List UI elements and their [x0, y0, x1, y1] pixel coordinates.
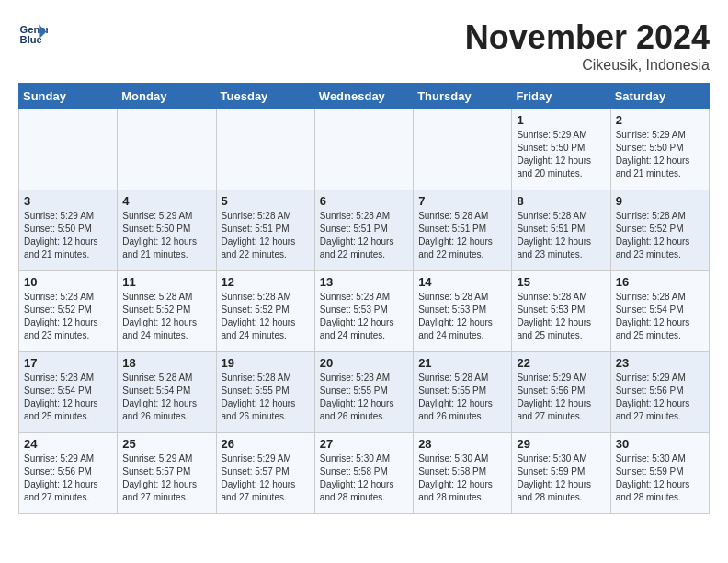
day-number: 4 — [122, 194, 210, 208]
day-number: 24 — [24, 437, 112, 451]
logo-icon: General Blue — [18, 18, 48, 48]
calendar-cell: 22Sunrise: 5:29 AM Sunset: 5:56 PM Dayli… — [512, 352, 610, 433]
location: Cikeusik, Indonesia — [465, 57, 710, 74]
weekday-header-sunday: Sunday — [19, 84, 118, 109]
week-row-4: 24Sunrise: 5:29 AM Sunset: 5:56 PM Dayli… — [19, 433, 710, 514]
calendar-cell: 29Sunrise: 5:30 AM Sunset: 5:59 PM Dayli… — [512, 433, 610, 514]
calendar-cell: 8Sunrise: 5:28 AM Sunset: 5:51 PM Daylig… — [512, 190, 610, 271]
day-info: Sunrise: 5:29 AM Sunset: 5:56 PM Dayligh… — [517, 372, 605, 423]
day-info: Sunrise: 5:28 AM Sunset: 5:51 PM Dayligh… — [418, 210, 506, 261]
day-info: Sunrise: 5:29 AM Sunset: 5:57 PM Dayligh… — [222, 453, 310, 504]
day-info: Sunrise: 5:29 AM Sunset: 5:50 PM Dayligh… — [616, 129, 704, 180]
day-info: Sunrise: 5:29 AM Sunset: 5:56 PM Dayligh… — [24, 453, 112, 504]
day-number: 9 — [616, 194, 704, 208]
day-info: Sunrise: 5:29 AM Sunset: 5:50 PM Dayligh… — [122, 210, 210, 261]
weekday-header-friday: Friday — [512, 84, 610, 109]
calendar-cell: 14Sunrise: 5:28 AM Sunset: 5:53 PM Dayli… — [414, 271, 512, 352]
logo: General Blue — [18, 18, 48, 48]
calendar-cell: 24Sunrise: 5:29 AM Sunset: 5:56 PM Dayli… — [19, 433, 118, 514]
weekday-header-thursday: Thursday — [414, 84, 512, 109]
week-row-0: 1Sunrise: 5:29 AM Sunset: 5:50 PM Daylig… — [19, 109, 710, 190]
day-number: 6 — [320, 194, 408, 208]
day-info: Sunrise: 5:28 AM Sunset: 5:51 PM Dayligh… — [222, 210, 310, 261]
calendar-cell: 6Sunrise: 5:28 AM Sunset: 5:51 PM Daylig… — [314, 190, 413, 271]
day-number: 8 — [517, 194, 605, 208]
title-block: November 2024 Cikeusik, Indonesia — [465, 18, 710, 74]
week-row-2: 10Sunrise: 5:28 AM Sunset: 5:52 PM Dayli… — [19, 271, 710, 352]
day-info: Sunrise: 5:28 AM Sunset: 5:52 PM Dayligh… — [122, 291, 210, 342]
week-row-3: 17Sunrise: 5:28 AM Sunset: 5:54 PM Dayli… — [19, 352, 710, 433]
day-number: 25 — [122, 437, 210, 451]
weekday-header-wednesday: Wednesday — [314, 84, 413, 109]
calendar-table: SundayMondayTuesdayWednesdayThursdayFrid… — [18, 83, 710, 514]
calendar-cell — [314, 109, 413, 190]
calendar-cell: 28Sunrise: 5:30 AM Sunset: 5:58 PM Dayli… — [414, 433, 512, 514]
day-info: Sunrise: 5:29 AM Sunset: 5:56 PM Dayligh… — [616, 372, 704, 423]
day-number: 15 — [517, 275, 605, 289]
calendar-cell: 27Sunrise: 5:30 AM Sunset: 5:58 PM Dayli… — [314, 433, 413, 514]
day-number: 16 — [616, 275, 704, 289]
day-info: Sunrise: 5:30 AM Sunset: 5:59 PM Dayligh… — [517, 453, 605, 504]
weekday-header-saturday: Saturday — [610, 84, 709, 109]
day-number: 12 — [222, 275, 310, 289]
day-info: Sunrise: 5:28 AM Sunset: 5:52 PM Dayligh… — [24, 291, 112, 342]
calendar-cell: 10Sunrise: 5:28 AM Sunset: 5:52 PM Dayli… — [19, 271, 118, 352]
calendar-cell: 4Sunrise: 5:29 AM Sunset: 5:50 PM Daylig… — [118, 190, 216, 271]
day-number: 3 — [24, 194, 112, 208]
calendar-cell: 18Sunrise: 5:28 AM Sunset: 5:54 PM Dayli… — [118, 352, 216, 433]
day-number: 2 — [616, 113, 704, 127]
calendar-cell: 20Sunrise: 5:28 AM Sunset: 5:55 PM Dayli… — [314, 352, 413, 433]
calendar-cell: 2Sunrise: 5:29 AM Sunset: 5:50 PM Daylig… — [610, 109, 709, 190]
day-info: Sunrise: 5:28 AM Sunset: 5:52 PM Dayligh… — [222, 291, 310, 342]
day-info: Sunrise: 5:28 AM Sunset: 5:52 PM Dayligh… — [616, 210, 704, 261]
day-number: 28 — [418, 437, 506, 451]
day-number: 11 — [122, 275, 210, 289]
calendar-cell: 12Sunrise: 5:28 AM Sunset: 5:52 PM Dayli… — [216, 271, 314, 352]
day-number: 19 — [222, 356, 310, 370]
day-info: Sunrise: 5:28 AM Sunset: 5:54 PM Dayligh… — [24, 372, 112, 423]
day-info: Sunrise: 5:30 AM Sunset: 5:58 PM Dayligh… — [320, 453, 408, 504]
calendar-cell: 19Sunrise: 5:28 AM Sunset: 5:55 PM Dayli… — [216, 352, 314, 433]
day-info: Sunrise: 5:29 AM Sunset: 5:50 PM Dayligh… — [24, 210, 112, 261]
day-number: 30 — [616, 437, 704, 451]
day-info: Sunrise: 5:28 AM Sunset: 5:53 PM Dayligh… — [418, 291, 506, 342]
calendar-cell: 7Sunrise: 5:28 AM Sunset: 5:51 PM Daylig… — [414, 190, 512, 271]
day-number: 20 — [320, 356, 408, 370]
day-number: 1 — [517, 113, 605, 127]
page-header: General Blue November 2024 Cikeusik, Ind… — [18, 18, 710, 74]
day-number: 5 — [222, 194, 310, 208]
day-number: 23 — [616, 356, 704, 370]
day-number: 29 — [517, 437, 605, 451]
calendar-cell — [19, 109, 118, 190]
day-info: Sunrise: 5:28 AM Sunset: 5:51 PM Dayligh… — [517, 210, 605, 261]
day-number: 17 — [24, 356, 112, 370]
day-info: Sunrise: 5:28 AM Sunset: 5:53 PM Dayligh… — [517, 291, 605, 342]
calendar-cell: 26Sunrise: 5:29 AM Sunset: 5:57 PM Dayli… — [216, 433, 314, 514]
calendar-cell — [216, 109, 314, 190]
day-info: Sunrise: 5:28 AM Sunset: 5:54 PM Dayligh… — [616, 291, 704, 342]
day-info: Sunrise: 5:30 AM Sunset: 5:59 PM Dayligh… — [616, 453, 704, 504]
day-info: Sunrise: 5:28 AM Sunset: 5:53 PM Dayligh… — [320, 291, 408, 342]
svg-text:Blue: Blue — [20, 34, 42, 45]
calendar-cell: 1Sunrise: 5:29 AM Sunset: 5:50 PM Daylig… — [512, 109, 610, 190]
calendar-cell: 25Sunrise: 5:29 AM Sunset: 5:57 PM Dayli… — [118, 433, 216, 514]
calendar-cell — [414, 109, 512, 190]
calendar-cell: 5Sunrise: 5:28 AM Sunset: 5:51 PM Daylig… — [216, 190, 314, 271]
calendar-cell: 15Sunrise: 5:28 AM Sunset: 5:53 PM Dayli… — [512, 271, 610, 352]
calendar-cell: 23Sunrise: 5:29 AM Sunset: 5:56 PM Dayli… — [610, 352, 709, 433]
day-info: Sunrise: 5:29 AM Sunset: 5:50 PM Dayligh… — [517, 129, 605, 180]
weekday-header-monday: Monday — [118, 84, 216, 109]
day-number: 13 — [320, 275, 408, 289]
weekday-header-tuesday: Tuesday — [216, 84, 314, 109]
calendar-cell: 17Sunrise: 5:28 AM Sunset: 5:54 PM Dayli… — [19, 352, 118, 433]
calendar-cell: 30Sunrise: 5:30 AM Sunset: 5:59 PM Dayli… — [610, 433, 709, 514]
day-number: 27 — [320, 437, 408, 451]
day-info: Sunrise: 5:28 AM Sunset: 5:55 PM Dayligh… — [222, 372, 310, 423]
day-number: 22 — [517, 356, 605, 370]
day-info: Sunrise: 5:30 AM Sunset: 5:58 PM Dayligh… — [418, 453, 506, 504]
calendar-cell — [118, 109, 216, 190]
day-info: Sunrise: 5:29 AM Sunset: 5:57 PM Dayligh… — [122, 453, 210, 504]
day-info: Sunrise: 5:28 AM Sunset: 5:55 PM Dayligh… — [418, 372, 506, 423]
day-number: 10 — [24, 275, 112, 289]
calendar-cell: 16Sunrise: 5:28 AM Sunset: 5:54 PM Dayli… — [610, 271, 709, 352]
